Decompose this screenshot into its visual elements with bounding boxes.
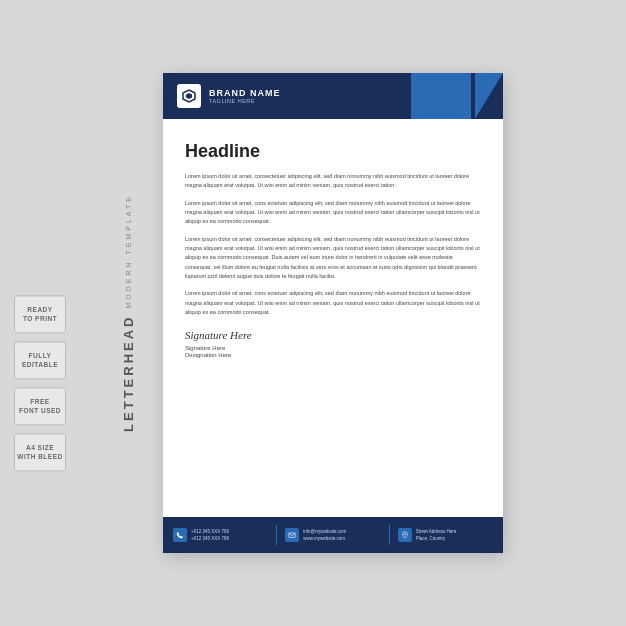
signature-area: Signature Here Signature Here Designatio… <box>185 329 481 358</box>
badge-a4-size: A4 SIZEWITH BLEED <box>14 433 66 471</box>
signature-name: Signature Here <box>185 345 481 351</box>
footer-phone-text: +012 345 XXX 789 +012 345 XXX 789 <box>191 528 229 542</box>
header-accent <box>411 73 471 119</box>
doc-para-1: Lorem ipsum dolor sit amet, consectetuer… <box>185 172 481 191</box>
brand-logo <box>177 84 201 108</box>
doc-para-2: Lorem ipsum dolor sit amet, cons ectetue… <box>185 199 481 227</box>
phone-icon-box <box>173 528 187 542</box>
svg-point-3 <box>404 533 406 535</box>
footer-divider-2 <box>389 525 390 545</box>
doc-body: Headline Lorem ipsum dolor sit amet, con… <box>163 119 503 517</box>
document: BRAND NAME TAGLINE HERE Headline Lorem i… <box>163 73 503 553</box>
footer-address-text: Street Address Here Place, Country <box>416 528 457 542</box>
side-label: LETTERHEAD MODERN TEMPLATE <box>121 194 136 432</box>
page-wrapper: LETTERHEAD MODERN TEMPLATE READYTO PRINT… <box>0 0 626 626</box>
footer-phone-section: +012 345 XXX 789 +012 345 XXX 789 <box>173 528 268 542</box>
badge-free-font-used: FREEFONT USED <box>14 387 66 425</box>
phone-icon <box>176 531 184 539</box>
doc-footer: +012 345 XXX 789 +012 345 XXX 789 info@m… <box>163 517 503 553</box>
location-icon <box>401 531 409 539</box>
footer-address-section: Street Address Here Place, Country <box>398 528 493 542</box>
svg-marker-1 <box>186 93 192 99</box>
side-label-main: LETTERHEAD <box>121 314 136 431</box>
doc-headline: Headline <box>185 141 481 162</box>
brand-tagline: TAGLINE HERE <box>209 98 281 104</box>
badge-ready-to-print: READYTO PRINT <box>14 295 66 333</box>
email-icon <box>288 531 296 539</box>
doc-para-3: Lorem ipsum dolor sit amet, consectetuer… <box>185 235 481 282</box>
brand-icon <box>181 88 197 104</box>
badges-list: READYTO PRINT FULLYEDITABLE FREEFONT USE… <box>14 295 66 471</box>
footer-email-text: info@mywebsite.com www.mywebsite.com <box>303 528 346 542</box>
badge-fully-editable: FULLYEDITABLE <box>14 341 66 379</box>
side-label-sub: MODERN TEMPLATE <box>125 194 132 308</box>
footer-email-section: info@mywebsite.com www.mywebsite.com <box>285 528 380 542</box>
doc-header: BRAND NAME TAGLINE HERE <box>163 73 503 119</box>
doc-para-4: Lorem ipsum dolor sit amet, cons ectetue… <box>185 289 481 317</box>
footer-divider-1 <box>276 525 277 545</box>
signature-script: Signature Here <box>185 329 481 341</box>
brand-text: BRAND NAME TAGLINE HERE <box>209 88 281 104</box>
email-icon-box <box>285 528 299 542</box>
address-icon-box <box>398 528 412 542</box>
brand-name: BRAND NAME <box>209 88 281 98</box>
signature-title: Designation Here <box>185 352 481 358</box>
